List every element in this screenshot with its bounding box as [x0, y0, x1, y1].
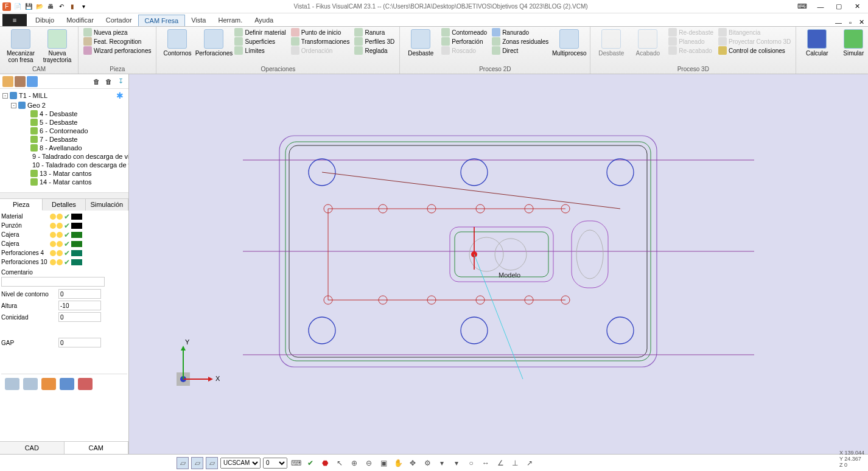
menu-tab-modificar[interactable]: Modificar — [60, 15, 100, 26]
acabado-button[interactable]: Acabado — [631, 28, 665, 58]
qat-new-icon[interactable]: 📄 — [13, 2, 22, 11]
tab-pieza[interactable]: Pieza — [0, 199, 43, 211]
app-icon[interactable]: F — [2, 2, 11, 11]
desbaste-2d-button[interactable]: Desbaste — [404, 28, 438, 58]
sb-zoomin-icon[interactable]: ⊕ — [348, 457, 360, 469]
doc-minimize-icon[interactable]: — — [831, 19, 845, 26]
trash2-icon[interactable]: 🗑 — [103, 76, 114, 87]
trash-icon[interactable]: 🗑 — [91, 76, 102, 87]
tree-op[interactable]: 14 - Matar cantos — [2, 178, 126, 186]
sb-perp-icon[interactable]: ⊥ — [509, 457, 521, 469]
conicidad-input[interactable] — [58, 312, 101, 322]
sp-icon1[interactable] — [2, 76, 13, 87]
prop-row[interactable]: Cajera✔ — [1, 230, 127, 239]
zonas-residuales-button[interactable]: Zonas residuales — [491, 37, 550, 46]
colisiones-button[interactable]: Control de colisiones — [717, 46, 792, 55]
direct-button[interactable]: Direct — [491, 46, 550, 55]
tree-op[interactable]: 8 - Avellanado — [2, 144, 126, 152]
limites-button[interactable]: Límites — [233, 46, 287, 55]
punto-inicio-button[interactable]: Punto de inicio — [290, 28, 351, 37]
tree-root[interactable]: T1 - MILL — [19, 92, 47, 99]
maximize-button[interactable]: ▢ — [830, 1, 847, 12]
sb-check-icon[interactable]: ✔ — [304, 457, 317, 469]
sp-icon3[interactable] — [27, 76, 38, 87]
perforacion-button[interactable]: Perforación — [440, 37, 488, 46]
prop-row[interactable]: Perforaciones 4✔ — [1, 248, 127, 257]
menu-tab-camfresa[interactable]: CAM Fresa — [138, 15, 186, 26]
sb-circle-icon[interactable]: ○ — [465, 457, 477, 469]
comentario-input[interactable] — [1, 277, 105, 287]
multiproceso-button[interactable]: Multiproceso — [552, 28, 586, 58]
collapse-icon[interactable]: ↧ — [115, 76, 126, 87]
sb-tool-icon[interactable]: ↗ — [523, 457, 536, 469]
tree-geo[interactable]: Geo 2 — [27, 102, 46, 109]
sb-plane2-icon[interactable]: ▱ — [191, 457, 203, 469]
doc-close-icon[interactable]: ✕ — [855, 18, 868, 26]
thumb-2[interactable] — [23, 378, 38, 390]
sb-fit-icon[interactable]: ▣ — [377, 457, 390, 469]
tree-op[interactable]: 7 - Desbaste — [2, 135, 126, 144]
sb-stop-icon[interactable]: ⬣ — [319, 457, 331, 469]
contornos-button[interactable]: Contornos — [160, 28, 194, 58]
menu-tab-cortador[interactable]: Cortador — [100, 15, 138, 26]
qat-print-icon[interactable]: 🖶 — [46, 2, 55, 11]
tree-op[interactable]: 6 - Contorneado — [2, 127, 126, 135]
mecanizar-button[interactable]: Mecanizar con fresa — [4, 28, 38, 65]
qat-open-icon[interactable]: 📂 — [35, 2, 44, 11]
ranurado-button[interactable]: Ranurado — [491, 28, 550, 37]
perfiles3d-button[interactable]: Perfiles 3D — [353, 37, 396, 46]
sb-tree-icon[interactable]: ⚙ — [421, 457, 433, 469]
ucs-select[interactable]: UCSCAM — [220, 458, 261, 469]
sb-plane1-icon[interactable]: ▱ — [177, 457, 189, 469]
qat-dropdown-icon[interactable]: ▾ — [79, 2, 88, 11]
contorneado-button[interactable]: Contorneado — [440, 28, 488, 37]
sb-measure-icon[interactable]: ↔ — [480, 457, 492, 469]
desbaste-3d-button[interactable]: Desbaste — [594, 28, 628, 58]
tab-simulacion[interactable]: Simulación — [86, 199, 128, 211]
viewport[interactable]: Modelo X Y — [129, 74, 868, 454]
expand-icon[interactable]: - — [2, 93, 8, 99]
expand-icon[interactable]: - — [11, 103, 16, 108]
sb-cursor-icon[interactable]: ↖ — [334, 457, 346, 469]
mode-tab-cad[interactable]: CAD — [0, 442, 65, 454]
tree-scrollbar[interactable] — [0, 192, 128, 198]
qat-door-icon[interactable]: ▮ — [68, 2, 77, 11]
prop-row[interactable]: Cajera✔ — [1, 239, 127, 248]
thumb-3[interactable] — [41, 378, 56, 390]
feat-recognition-button[interactable]: Feat. Recognition — [82, 37, 152, 46]
close-button[interactable]: ✕ — [849, 1, 866, 12]
app-menu-button[interactable]: ≡ — [2, 14, 27, 26]
menu-tab-ayuda[interactable]: Ayuda — [248, 15, 279, 26]
sb-keyboard-icon[interactable]: ⌨ — [290, 457, 302, 469]
sp-icon2[interactable] — [15, 76, 26, 87]
sb-pan-icon[interactable]: ✥ — [407, 457, 419, 469]
thumb-4[interactable] — [60, 378, 74, 390]
minimize-button[interactable]: — — [812, 1, 829, 12]
qat-save-icon[interactable]: 💾 — [24, 2, 33, 11]
menu-tab-herram[interactable]: Herram. — [212, 15, 249, 26]
ranura-button[interactable]: Ranura — [353, 28, 396, 37]
nivel-input[interactable] — [58, 289, 101, 299]
sb-plane3-icon[interactable]: ▱ — [206, 457, 218, 469]
sb-angle-icon[interactable]: ∠ — [494, 457, 506, 469]
tab-detalles[interactable]: Detalles — [43, 199, 85, 211]
sb-drop2-icon[interactable]: ▾ — [450, 457, 463, 469]
superficies-button[interactable]: Superficies — [233, 37, 287, 46]
nueva-trayectoria-button[interactable]: Nueva trayectoria — [40, 28, 74, 65]
keyboard-icon[interactable]: ⌨ — [794, 1, 811, 12]
tree-op[interactable]: 5 - Desbaste — [2, 118, 126, 127]
mode-tab-cam[interactable]: CAM — [65, 442, 129, 454]
sb-zoomout-icon[interactable]: ⊖ — [363, 457, 375, 469]
ucs-value-select[interactable]: 0 — [263, 458, 287, 469]
sb-drop1-icon[interactable]: ▾ — [436, 457, 448, 469]
menu-tab-dibujo[interactable]: Dibujo — [29, 15, 60, 26]
reglada-button[interactable]: Reglada — [353, 46, 396, 55]
definir-material-button[interactable]: Definir material — [233, 28, 287, 37]
gap-input[interactable] — [58, 338, 101, 347]
simular-button[interactable]: Simular — [836, 28, 868, 58]
tree-op[interactable]: 13 - Matar cantos — [2, 169, 126, 178]
qat-undo-icon[interactable]: ↶ — [57, 2, 66, 11]
tree-op[interactable]: 4 - Desbaste — [2, 110, 126, 118]
perforaciones-button[interactable]: Perforaciones — [197, 28, 231, 58]
doc-restore-icon[interactable]: ▫ — [845, 19, 855, 26]
